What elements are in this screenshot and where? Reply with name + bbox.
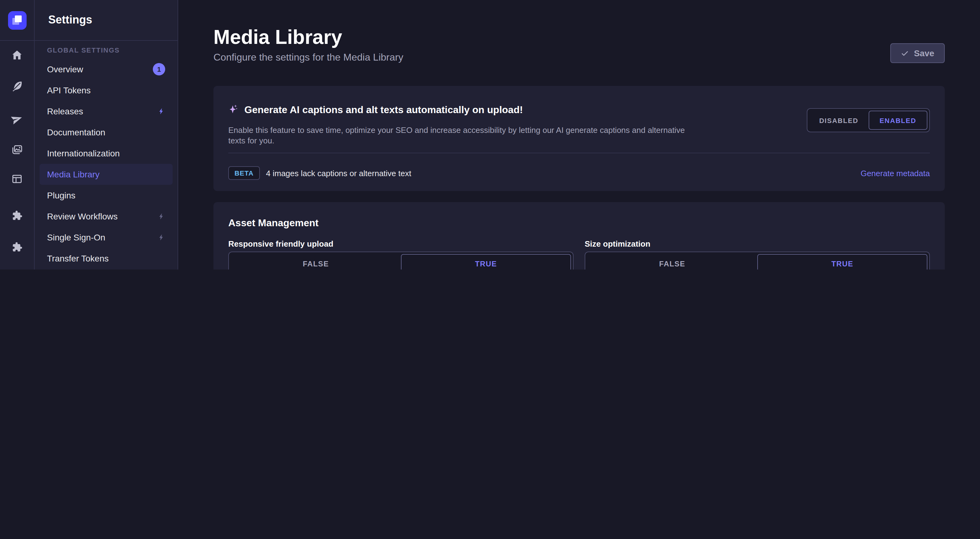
- check-icon: [901, 49, 909, 57]
- page-subtitle: Configure the settings for the Media Lib…: [213, 51, 945, 63]
- field-responsive-friendly-upload: Responsive friendly upload FALSE TRUE En…: [228, 239, 574, 270]
- ai-toggle-disabled-option[interactable]: DISABLED: [809, 111, 868, 130]
- size-optimization-false-option[interactable]: FALSE: [587, 254, 757, 270]
- settings-sidebar: Settings GLOBAL SETTINGS Overview 1 API …: [35, 0, 178, 270]
- asset-management-title: Asset Management: [228, 217, 930, 229]
- ai-banner-description: Enable this feature to save time, optimi…: [228, 125, 686, 146]
- ai-banner-title: Generate AI captions and alt texts autom…: [244, 104, 523, 116]
- ai-toggle-enabled-option[interactable]: ENABLED: [868, 111, 928, 130]
- sidebar-item-plugins[interactable]: Plugins: [40, 185, 173, 206]
- layout-icon[interactable]: [10, 172, 24, 185]
- generate-metadata-link[interactable]: Generate metadata: [861, 168, 930, 178]
- sidebar-item-webhooks[interactable]: Webhooks: [40, 269, 173, 270]
- media-library-icon[interactable]: [10, 143, 24, 156]
- responsive-upload-false-option[interactable]: FALSE: [231, 254, 401, 270]
- responsive-upload-true-option[interactable]: TRUE: [401, 254, 571, 270]
- beta-row: BETA 4 images lack captions or alternati…: [228, 166, 930, 180]
- sidebar-item-internationalization[interactable]: Internationalization: [40, 143, 173, 164]
- overview-count-badge: 1: [153, 63, 165, 75]
- strapi-logo[interactable]: [8, 11, 26, 29]
- size-optimization-true-option[interactable]: TRUE: [757, 254, 928, 270]
- sidebar-item-documentation[interactable]: Documentation: [40, 122, 173, 143]
- lightning-icon: [158, 212, 165, 221]
- size-optimization-toggle: FALSE TRUE: [585, 252, 930, 270]
- field-label: Size optimization: [585, 239, 930, 249]
- sidebar-item-releases[interactable]: Releases: [40, 101, 173, 122]
- home-icon[interactable]: [10, 48, 24, 62]
- icon-rail: 1 M: [0, 0, 35, 270]
- app-window: 1 M Settings GLOBAL SETTINGS Overview 1 …: [0, 0, 980, 270]
- ai-sparkle-icon: [228, 104, 239, 120]
- section-label-global-settings: GLOBAL SETTINGS: [47, 45, 165, 55]
- strapi-logo-shape-front: [14, 15, 21, 22]
- save-button[interactable]: Save: [891, 43, 945, 63]
- lightning-icon: [158, 233, 165, 242]
- sidebar-item-media-library[interactable]: Media Library: [40, 164, 173, 185]
- feather-icon[interactable]: [10, 79, 24, 93]
- asset-fields-grid: Responsive friendly upload FALSE TRUE En…: [228, 239, 930, 270]
- field-size-optimization: Size optimization FALSE TRUE Enabling th…: [585, 239, 930, 270]
- sidebar-item-transfer-tokens[interactable]: Transfer Tokens: [40, 248, 173, 269]
- ai-banner-card: Generate AI captions and alt texts autom…: [213, 86, 945, 191]
- asset-management-card: Asset Management Responsive friendly upl…: [213, 202, 945, 270]
- marketplace-puzzle-icon[interactable]: [10, 241, 24, 254]
- missing-captions-status: 4 images lack captions or alternative te…: [266, 168, 411, 178]
- field-label: Responsive friendly upload: [228, 239, 574, 249]
- main-content: Media Library Configure the settings for…: [178, 0, 980, 270]
- sidebar-title: Settings: [48, 14, 92, 27]
- ai-captions-toggle: DISABLED ENABLED: [807, 108, 930, 132]
- paper-plane-icon[interactable]: [10, 112, 24, 125]
- sidebar-item-review-workflows[interactable]: Review Workflows: [40, 206, 173, 227]
- sidebar-header: Settings: [35, 0, 178, 41]
- beta-badge: BETA: [228, 166, 260, 180]
- sidebar-item-single-sign-on[interactable]: Single Sign-On: [40, 227, 173, 248]
- page-title: Media Library: [213, 27, 945, 48]
- sidebar-item-api-tokens[interactable]: API Tokens: [40, 80, 173, 101]
- sidebar-item-overview[interactable]: Overview 1: [40, 59, 173, 80]
- banner-divider: [228, 153, 930, 153]
- lightning-icon: [158, 107, 165, 116]
- logo-cell: [0, 0, 34, 41]
- responsive-upload-toggle: FALSE TRUE: [228, 252, 574, 270]
- plugins-puzzle-icon[interactable]: [10, 209, 24, 222]
